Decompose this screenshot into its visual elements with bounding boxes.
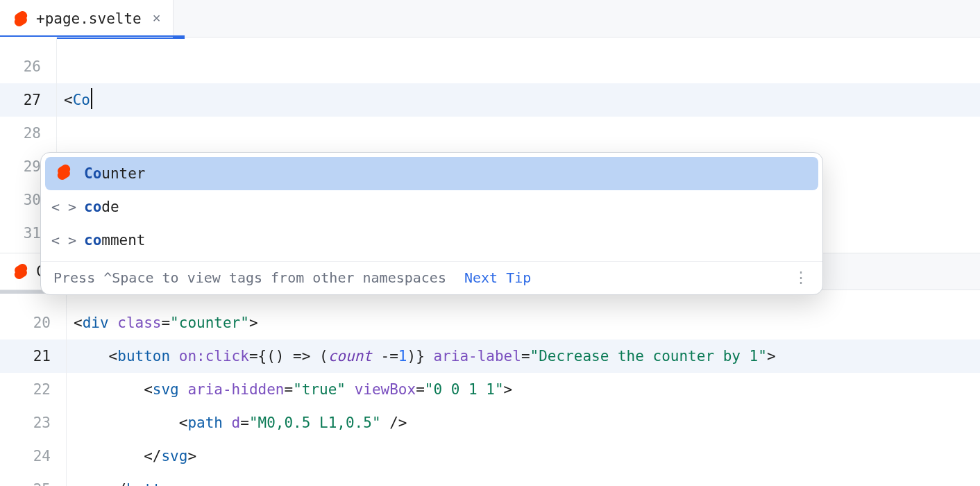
- code-line[interactable]: [57, 50, 980, 83]
- editor-pane1[interactable]: 262728293031 <Co Counter < > code < > co…: [0, 37, 980, 246]
- code-line[interactable]: <path d="M0,0.5 L1,0.5" />: [67, 406, 980, 439]
- tag-icon: < >: [55, 198, 73, 216]
- code-line[interactable]: </button>: [67, 473, 980, 486]
- next-tip-link[interactable]: Next Tip: [464, 269, 531, 286]
- tag-icon: < >: [55, 231, 73, 249]
- tabbar-pane1: +page.svelte ×: [0, 0, 980, 37]
- svelte-icon: [55, 165, 73, 183]
- svelte-file-icon: [12, 263, 29, 280]
- code-line[interactable]: <button on:click={() => (count -=1)} ari…: [67, 340, 980, 373]
- code-pane2[interactable]: <div class="counter"> <button on:click={…: [67, 294, 980, 486]
- tab-page-svelte[interactable]: +page.svelte ×: [0, 0, 174, 37]
- code-line[interactable]: </svg>: [67, 439, 980, 473]
- line-number: 23: [0, 406, 66, 439]
- code-line[interactable]: <div class="counter">: [67, 306, 980, 340]
- completion-item[interactable]: Counter: [45, 157, 818, 190]
- svelte-file-icon: [12, 10, 29, 27]
- text-caret: [91, 88, 92, 109]
- completion-item[interactable]: < > comment: [45, 224, 818, 257]
- code-line[interactable]: <svg aria-hidden="true" viewBox="0 0 1 1…: [67, 373, 980, 406]
- line-number: 20: [0, 306, 66, 340]
- line-number: 26: [0, 50, 56, 83]
- code-line[interactable]: [57, 117, 980, 150]
- completion-tip: Press ^Space to view tags from other nam…: [53, 269, 446, 286]
- line-number: 24: [0, 439, 66, 473]
- completion-list[interactable]: Counter < > code < > comment: [41, 153, 822, 261]
- gutter-pane2: 202122232425: [0, 294, 67, 486]
- completion-item[interactable]: < > code: [45, 190, 818, 224]
- more-options-icon[interactable]: ⋮: [793, 269, 810, 286]
- line-number: 27: [0, 83, 56, 117]
- completion-footer: Press ^Space to view tags from other nam…: [41, 261, 822, 294]
- tab-filename: +page.svelte: [36, 10, 142, 27]
- editor-pane2[interactable]: 202122232425 <div class="counter"> <butt…: [0, 294, 980, 486]
- code-line[interactable]: <Co: [57, 83, 980, 117]
- line-number: 21: [0, 340, 66, 373]
- completion-popup: Counter < > code < > comment Press ^Spac…: [40, 152, 823, 295]
- close-tab-icon[interactable]: ×: [153, 10, 161, 26]
- line-number: 28: [0, 117, 56, 150]
- line-number: 22: [0, 373, 66, 406]
- line-number: 25: [0, 473, 66, 486]
